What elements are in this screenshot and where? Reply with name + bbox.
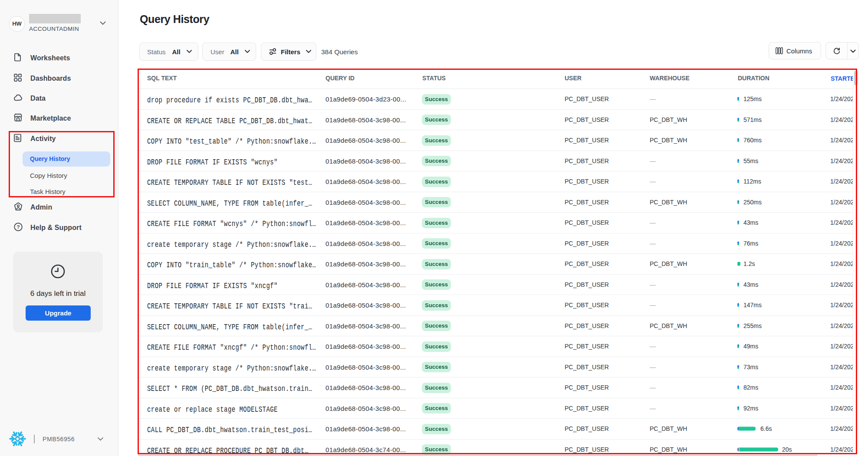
svg-text:?: ? [16,224,20,230]
